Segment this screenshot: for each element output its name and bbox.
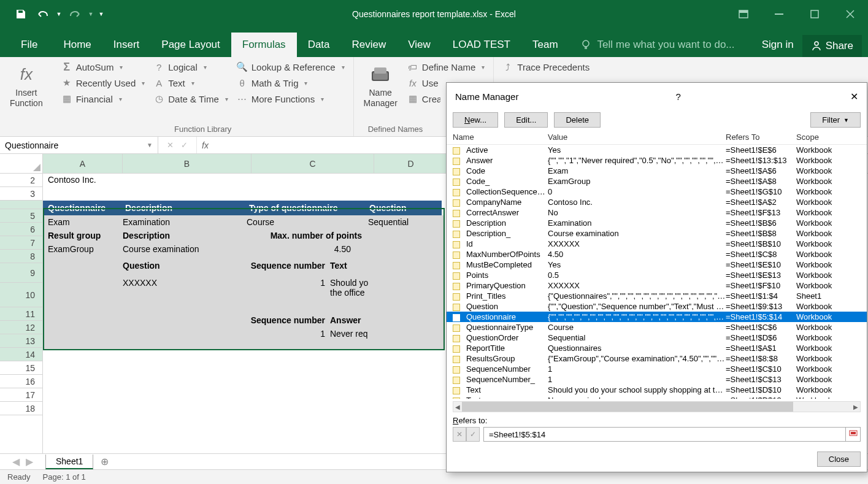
new-sheet-button[interactable]: ⊕ xyxy=(93,456,116,467)
cancel-formula-icon[interactable]: ✕ xyxy=(167,140,174,150)
tab-file[interactable]: File xyxy=(6,33,52,57)
select-all-button[interactable] xyxy=(0,154,43,174)
name-box[interactable]: Questionnaire ▼ xyxy=(0,137,158,153)
name-row[interactable]: Code_ ExamGroup =Sheet1!$A$8 Workbook xyxy=(447,176,867,186)
tell-me-search[interactable]: Tell me what you want to do... xyxy=(569,33,753,57)
new-name-button[interactable]: New... xyxy=(453,112,498,128)
name-row[interactable]: Code Exam =Sheet1!$A$6 Workbook xyxy=(447,166,867,176)
col-header-a[interactable]: A xyxy=(43,154,123,173)
insert-function-button[interactable]: fx Insert Function xyxy=(5,60,48,135)
name-row[interactable]: Points 0.5 =Sheet1!$E$13 Workbook xyxy=(447,270,867,280)
tab-next-icon[interactable]: ▶ xyxy=(26,456,33,467)
redo-dropdown[interactable]: ▼ xyxy=(87,6,94,23)
row-header[interactable]: 10 xyxy=(0,283,42,307)
trace-precedents-button[interactable]: ⤴Trace Precedents xyxy=(499,60,593,74)
scroll-left-icon[interactable]: ◀ xyxy=(453,402,462,412)
row-header[interactable]: 5 xyxy=(0,209,42,223)
logical-button[interactable]: ?Logical▾ xyxy=(150,60,232,74)
name-row[interactable]: MustBeCompleted Yes =Sheet1!$E$10 Workbo… xyxy=(447,259,867,270)
tab-prev-icon[interactable]: ◀ xyxy=(12,456,20,467)
lookup-button[interactable]: 🔍Lookup & Reference▾ xyxy=(233,60,348,74)
share-button[interactable]: Share xyxy=(802,35,862,57)
col-header-b[interactable]: B xyxy=(123,154,252,173)
financial-button[interactable]: ▦Financial▾ xyxy=(58,91,149,106)
row-header[interactable]: 6 xyxy=(0,223,42,236)
row-header[interactable]: 2 xyxy=(0,174,42,187)
undo-dropdown[interactable]: ▼ xyxy=(55,6,63,23)
mathtrig-button[interactable]: θMath & Trig▾ xyxy=(233,75,348,90)
col-refers-header[interactable]: Refers To xyxy=(726,133,796,142)
tab-pagelayout[interactable]: Page Layout xyxy=(150,33,231,57)
row-header[interactable]: 16 xyxy=(0,375,42,388)
name-row[interactable]: Description Examination =Sheet1!$B$6 Wor… xyxy=(447,218,867,228)
save-button[interactable] xyxy=(11,6,31,23)
chevron-down-icon[interactable]: ▼ xyxy=(147,142,153,148)
name-row[interactable]: CorrectAnswer No =Sheet1!$F$13 Workbook xyxy=(447,207,867,218)
name-row[interactable]: Description_ Course examination =Sheet1!… xyxy=(447,228,867,239)
range-picker-icon[interactable] xyxy=(846,427,861,442)
name-row[interactable]: Text Should you do your school supply sh… xyxy=(447,385,867,395)
name-row[interactable]: SequenceNumber_ 1 =Sheet1!$C$13 Workbook xyxy=(447,374,867,385)
tab-review[interactable]: Review xyxy=(341,33,398,57)
name-manager-button[interactable]: Name Manager xyxy=(359,60,402,123)
row-header[interactable]: 15 xyxy=(0,361,42,375)
name-row[interactable]: CollectionSequenceNu... 0 =Sheet1!$G$10 … xyxy=(447,186,867,197)
tab-insert[interactable]: Insert xyxy=(102,33,151,57)
col-name-header[interactable]: Name xyxy=(453,133,548,142)
dialog-help-icon[interactable]: ? xyxy=(676,91,681,102)
row-header[interactable]: 7 xyxy=(0,236,42,250)
undo-button[interactable] xyxy=(33,6,53,23)
name-row[interactable]: QuestionnaireType Course =Sheet1!$C$6 Wo… xyxy=(447,322,867,332)
name-row[interactable]: MaxNumberOfPoints 4.50 =Sheet1!$C$8 Work… xyxy=(447,249,867,259)
name-row[interactable]: Print_Titles {"Questionnaires","","","",… xyxy=(447,291,867,301)
refers-accept-icon[interactable]: ✓ xyxy=(466,427,480,442)
sheet-tab[interactable]: Sheet1 xyxy=(45,455,93,469)
name-row[interactable]: Active Yes =Sheet1!$E$6 Workbook xyxy=(447,145,867,155)
row-header[interactable]: 13 xyxy=(0,334,42,348)
text-button[interactable]: AText▾ xyxy=(150,75,232,90)
refers-to-input[interactable] xyxy=(483,427,846,442)
scroll-thumb[interactable] xyxy=(462,402,793,412)
fx-label[interactable]: fx xyxy=(197,137,213,153)
datetime-button[interactable]: ◷Date & Time▾ xyxy=(150,91,232,106)
tab-formulas[interactable]: Formulas xyxy=(231,33,297,57)
name-row[interactable]: Text_ Never required =Sheet1!$D$13 Workb… xyxy=(447,395,867,399)
name-row[interactable]: Question {"","Question","Sequence number… xyxy=(447,301,867,312)
name-row[interactable]: SequenceNumber 1 =Sheet1!$C$10 Workbook xyxy=(447,364,867,374)
name-row[interactable]: ResultsGroup {"ExamGroup","Course examin… xyxy=(447,353,867,364)
col-value-header[interactable]: Value xyxy=(548,133,726,142)
name-row[interactable]: ReportTitle Questionnaires =Sheet1!$A$1 … xyxy=(447,343,867,353)
row-header[interactable] xyxy=(0,201,42,209)
qat-customize[interactable]: ▼ xyxy=(97,6,106,23)
horizontal-scrollbar[interactable]: ◀ ▶ xyxy=(453,401,861,412)
tab-home[interactable]: Home xyxy=(52,33,102,57)
delete-name-button[interactable]: Delete xyxy=(554,112,601,128)
tab-data[interactable]: Data xyxy=(297,33,341,57)
close-button[interactable] xyxy=(832,0,868,28)
row-header[interactable]: 12 xyxy=(0,321,42,334)
name-row[interactable]: Answer {"","","1","Never required","0.5"… xyxy=(447,155,867,166)
col-header-c[interactable]: C xyxy=(252,154,374,173)
name-row[interactable]: PrimaryQuestion XXXXXX =Sheet1!$F$10 Wor… xyxy=(447,280,867,291)
signin-link[interactable]: Sign in xyxy=(753,33,802,57)
name-row[interactable]: CompanyName Contoso Inc. =Sheet1!$A$2 Wo… xyxy=(447,197,867,207)
accept-formula-icon[interactable]: ✓ xyxy=(181,140,188,150)
row-header[interactable]: 18 xyxy=(0,402,42,415)
row-header[interactable]: 11 xyxy=(0,307,42,321)
maximize-button[interactable] xyxy=(797,0,832,28)
dialog-close-icon[interactable]: ✕ xyxy=(850,91,858,102)
name-row[interactable]: Questionnaire {"","","","","","","","","… xyxy=(447,312,867,322)
refers-cancel-icon[interactable]: ✕ xyxy=(453,427,466,442)
name-list[interactable]: Active Yes =Sheet1!$E$6 Workbook Answer … xyxy=(447,145,867,399)
col-header-d[interactable]: D xyxy=(374,154,448,173)
minimize-button[interactable] xyxy=(761,0,797,28)
tab-team[interactable]: Team xyxy=(521,33,569,57)
row-header[interactable]: 3 xyxy=(0,187,42,201)
recently-used-button[interactable]: ★Recently Used▾ xyxy=(58,75,149,90)
row-header[interactable]: 9 xyxy=(0,263,42,283)
autosum-button[interactable]: ΣAutoSum▾ xyxy=(58,60,149,74)
ribbon-display-icon[interactable] xyxy=(726,0,761,28)
edit-name-button[interactable]: Edit... xyxy=(504,112,548,128)
tab-loadtest[interactable]: LOAD TEST xyxy=(442,33,521,57)
more-functions-button[interactable]: ⋯More Functions▾ xyxy=(233,91,348,106)
